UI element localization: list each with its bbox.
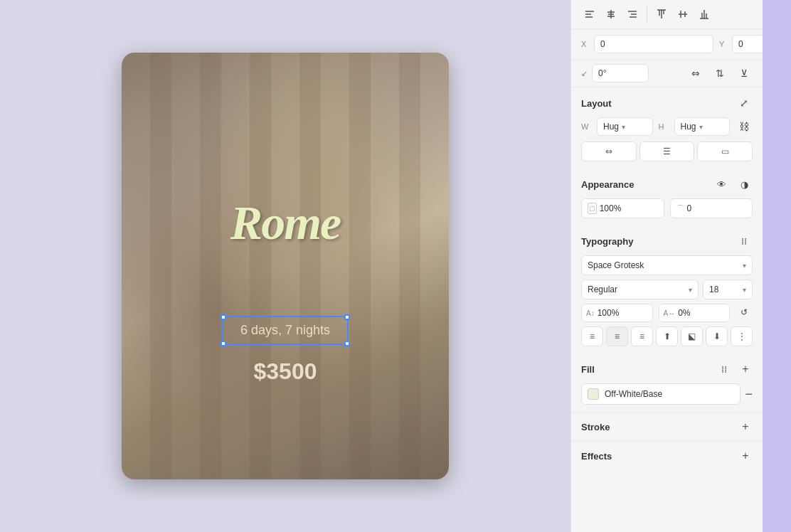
remove-fill-button[interactable]: − [745,388,753,400]
card-background [122,53,449,479]
layout-expand-button[interactable]: ⤢ [736,95,753,112]
fill-color-swatch [588,388,599,400]
fill-controls: Off-White/Base − [571,383,763,412]
text-valign-bottom-button[interactable]: ⬇ [706,326,728,346]
x-input-group: X [581,35,713,53]
fill-title: Fill [581,364,595,375]
layout-align-row: ⇔ ☰ ▭ [581,142,753,161]
visibility-button[interactable]: 👁 [713,176,730,193]
typography-options-button[interactable]: ⁞⁞ [736,233,753,250]
font-weight-value: Regular [588,284,617,294]
width-dropdown[interactable]: Hug ▾ [597,117,653,136]
text-align-left-button[interactable]: ≡ [581,326,603,346]
rome-title-text: Rome [230,195,340,251]
font-family-value: Space Grotesk [588,260,644,270]
rotation-input[interactable] [592,64,649,83]
line-height-label: A↔ [664,309,676,317]
align-left-button[interactable] [581,6,598,23]
chain-link-icon[interactable]: ⛓ [736,118,753,135]
font-size-caret: ▾ [743,286,746,294]
align-middle-button[interactable] [674,6,691,23]
stone-texture [122,53,449,479]
alignment-toolbar [571,0,763,29]
properties-panel: X Y ↙ ⇔ ⇅ ⊻ Layout ⤢ W Hug ▾ [570,0,763,532]
layout-section-header: Layout ⤢ [571,87,763,117]
add-stroke-button[interactable]: + [738,420,753,434]
resize-handle-bl[interactable] [221,341,226,346]
price-text: $3500 [254,358,317,385]
opacity-input-group: □ [581,198,664,218]
y-input-group: Y [719,35,763,53]
typography-title: Typography [581,236,633,247]
flip-v-icon[interactable]: ⇅ [711,65,728,82]
x-label: X [581,40,591,48]
appearance-controls: □ ⌒ [571,198,763,225]
fill-color-label: Off-White/Base [605,389,734,399]
height-dropdown[interactable]: Hug ▾ [674,117,731,136]
resize-handle-tl[interactable] [221,314,226,320]
line-height-input[interactable] [678,308,725,318]
w-label: W [581,122,591,131]
text-more-options-button[interactable]: ⋮ [731,326,753,346]
appearance-icons: 👁 ◑ [713,176,753,193]
h-label: H [659,122,669,131]
fill-options-button[interactable]: ⁞⁞ [716,361,733,378]
typography-reset-button[interactable]: ↺ [736,304,753,321]
width-value: Hug [603,122,619,132]
typography-controls: Space Grotesk ▾ Regular ▾ 18 ▾ A↕ A↔ ↺ [571,255,763,353]
appearance-title: Appearance [581,179,634,190]
font-size-dropdown[interactable]: 18 ▾ [703,280,753,299]
layout-justify-btn[interactable]: ☰ [639,142,695,161]
flip-h-icon[interactable]: ⇔ [687,65,704,82]
resize-handle-br[interactable] [344,341,350,346]
layout-controls: W Hug ▾ H Hug ▾ ⛓ ⇔ ☰ ▭ [571,117,763,169]
position-inputs: X Y [571,29,763,60]
layout-title: Layout [581,98,612,109]
fill-color-row[interactable]: Off-White/Base [581,383,740,405]
font-weight-dropdown[interactable]: Regular ▾ [581,280,699,299]
constrain-icon[interactable]: ⊻ [736,65,753,82]
effects-section: Effects + [571,441,763,470]
layout-horizontal-btn[interactable]: ⇔ [581,142,637,161]
font-size-value: 18 [709,284,718,294]
typography-icons: ⁞⁞ [736,233,753,250]
stroke-title: Stroke [581,422,610,432]
align-center-h-button[interactable] [602,6,620,23]
appearance-section-header: Appearance 👁 ◑ [571,169,763,198]
selected-text-element[interactable]: 6 days, 7 nights [222,316,349,345]
opacity-icon[interactable]: ◑ [736,176,753,193]
align-top-button[interactable] [653,6,670,23]
letter-spacing-group: A↕ [581,304,653,322]
line-height-group: A↔ [659,304,731,322]
toolbar-separator [647,6,647,23]
opacity-box-icon: □ [588,203,597,214]
text-align-center-button[interactable]: ≡ [606,326,628,346]
align-right-button[interactable] [624,6,641,23]
effects-title: Effects [581,451,612,462]
add-effect-button[interactable]: + [738,449,753,463]
design-card[interactable]: Rome 6 days, 7 nights $3500 [122,53,449,479]
corner-radius-input[interactable] [687,203,747,213]
y-input[interactable] [732,35,763,53]
resize-handle-tr[interactable] [344,314,350,320]
font-family-dropdown[interactable]: Space Grotesk ▾ [581,255,753,275]
align-bottom-button[interactable] [696,6,713,23]
rotation-input-group: ↙ [581,64,649,83]
add-fill-button[interactable]: + [738,362,753,376]
letter-spacing-input[interactable] [598,308,648,318]
text-valign-top-button[interactable]: ⬆ [656,326,678,346]
typography-metrics-row: A↕ A↔ ↺ [581,304,753,322]
opacity-input[interactable] [600,203,658,213]
text-align-row: ≡ ≡ ≡ ⬆ ⬕ ⬇ ⋮ [581,326,753,346]
height-caret: ▾ [699,123,703,131]
y-label: Y [719,40,729,48]
layout-frame-btn[interactable]: ▭ [697,142,753,161]
text-align-right-button[interactable]: ≡ [631,326,653,346]
text-valign-middle-button[interactable]: ⬕ [681,326,703,346]
corner-radius-input-group: ⌒ [670,198,753,218]
x-input[interactable] [594,35,713,53]
typography-section-header: Typography ⁞⁞ [571,225,763,255]
opacity-radius-row: □ ⌒ [581,198,753,218]
layout-wh-row: W Hug ▾ H Hug ▾ ⛓ [581,117,753,136]
canvas-area: Rome 6 days, 7 nights $3500 [0,0,570,532]
